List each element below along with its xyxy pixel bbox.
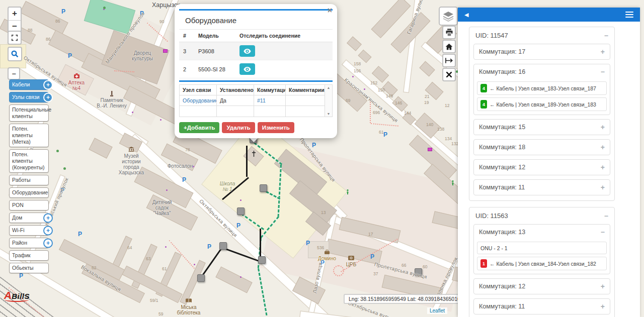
layer-toggle-button[interactable]: Потен. клиенты (Метка) — [9, 124, 49, 147]
commutation-item-header[interactable]: Коммутация: 11+ — [474, 299, 610, 314]
node-marker[interactable] — [219, 242, 227, 250]
add-layer-icon[interactable]: + — [43, 80, 53, 89]
node-marker[interactable] — [197, 274, 205, 282]
node-marker[interactable] — [258, 256, 266, 264]
node-link[interactable]: Оборудование — [183, 97, 217, 103]
commutation-item-body: ONU - 2 - 11← Кабель | Узел связи_184-Уз… — [474, 240, 610, 274]
sidebar-body: UID: 11547−Коммутация: 17+Коммутация: 16… — [458, 22, 640, 317]
delete-button[interactable]: Удалить — [222, 122, 255, 133]
expand-icon[interactable]: + — [601, 283, 605, 290]
commutation-item-header[interactable]: Коммутация: 12+ — [474, 279, 610, 294]
table-scrollbar[interactable]: ▲ ▼ — [325, 84, 333, 117]
layer-toggle-button[interactable]: Оборудование — [9, 187, 49, 198]
poi-label-line: Дитячий — [137, 199, 187, 205]
cable-link-item[interactable]: 4← Кабель | Узел связи_183-Узел связи_18… — [477, 81, 607, 95]
expand-icon[interactable]: + — [601, 124, 605, 131]
add-layer-icon[interactable]: + — [43, 92, 53, 102]
add-layer-icon[interactable]: + — [43, 226, 53, 235]
monument-icon — [87, 91, 137, 97]
menu-icon[interactable] — [625, 12, 633, 18]
sidebar-collapse-arrow-icon[interactable]: ◀ — [464, 12, 468, 18]
clear-button[interactable] — [442, 68, 456, 81]
scroll-down-icon[interactable]: ▼ — [327, 112, 331, 116]
fullscreen-button[interactable] — [8, 31, 22, 45]
basemap-layers-button[interactable] — [439, 7, 458, 26]
zoom-in-button[interactable]: + — [9, 8, 21, 21]
commutation-item-header[interactable]: Коммутация: 16− — [474, 64, 610, 79]
layer-toggle-button[interactable]: Район+ — [9, 238, 49, 248]
layer-label: Потен. клиенты (Метка) — [12, 126, 33, 145]
node-marker[interactable] — [260, 184, 267, 192]
uid-card-header[interactable]: UID: 11547− — [469, 27, 614, 44]
commutation-item-header[interactable]: Коммутация: 17+ — [474, 44, 610, 59]
expand-icon[interactable]: + — [601, 184, 605, 191]
expand-icon[interactable]: + — [601, 303, 605, 310]
layer-toggle-button[interactable]: PON — [9, 200, 49, 210]
equipment-panel: Оборудование #МодельОтследить соединение… — [179, 9, 333, 78]
cable-count-badge: 4 — [480, 100, 487, 109]
map-canvas[interactable]: PPPPPPPPPPPPPPОктябрьська вулицяМануильс… — [0, 0, 644, 317]
expand-icon[interactable]: + — [601, 144, 605, 151]
layer-toggle-button[interactable]: Потен. клиенты (Конкуренты) — [9, 149, 49, 173]
print-button[interactable] — [442, 26, 456, 39]
commutation-item-body: 4← Кабель | Узел связи_183-Узел связи_18… — [474, 79, 610, 115]
cable-link-item[interactable]: 1← Кабель | Узел связи_184-Узел связи_18… — [477, 257, 607, 270]
commutation-item-header[interactable]: Коммутация: 12+ — [474, 160, 610, 175]
collapse-icon[interactable]: − — [601, 229, 605, 236]
trace-connection-button[interactable] — [239, 45, 255, 57]
commutation-item: Коммутация: 12+ — [473, 278, 610, 294]
edit-button[interactable]: Изменить — [258, 122, 294, 133]
add-layer-icon[interactable]: + — [43, 213, 53, 223]
add-button[interactable]: +Добавить — [179, 122, 219, 133]
commutation-item-header[interactable]: Коммутация: 18+ — [474, 140, 610, 155]
expand-icon[interactable]: + — [601, 164, 605, 171]
commutation-item-header[interactable]: Коммутация: 11+ — [474, 180, 610, 195]
layer-toggle-button[interactable]: Трафик — [9, 250, 49, 261]
layer-toggle-button[interactable]: Потенциальные клиенты — [9, 104, 49, 122]
installed-cell: Да — [217, 95, 254, 106]
home-button[interactable] — [442, 40, 456, 53]
commutation-link[interactable]: #11 — [257, 97, 266, 103]
collapse-layers-button[interactable]: − — [8, 67, 20, 80]
poi-label: Міськабібліотека — [164, 298, 214, 315]
popup-close-button[interactable]: × — [328, 7, 332, 15]
museum-icon — [106, 147, 156, 153]
add-layer-icon[interactable]: + — [43, 238, 53, 248]
layer-toggle-button[interactable]: Узлы связи+ — [9, 92, 49, 102]
scroll-up-icon[interactable]: ▲ — [327, 86, 331, 89]
commutation-item: Коммутация: 15+ — [473, 119, 610, 135]
layer-toggle-button[interactable]: Wi-Fi+ — [9, 225, 49, 236]
person-icon — [346, 187, 349, 196]
cable-line — [258, 268, 267, 315]
parking-icon: P — [68, 52, 72, 59]
commutation-item-header[interactable]: Коммутация: 15+ — [474, 120, 610, 135]
node-column-header: Коммутации — [254, 85, 286, 95]
home-icon — [445, 43, 453, 50]
poi-label-line: Памятник — [87, 97, 137, 103]
uid-card-header[interactable]: UID: 11563− — [469, 207, 614, 224]
collapse-icon[interactable]: − — [601, 68, 605, 75]
collapse-icon[interactable]: − — [604, 213, 608, 220]
collapse-icon[interactable]: − — [604, 32, 608, 39]
cable-link-item[interactable]: 4← Кабель | Узел связи_189-Узел связи_18… — [477, 97, 607, 111]
commutation-item-header[interactable]: Коммутация: 13− — [474, 225, 610, 240]
layer-toggle-button[interactable]: Работы — [9, 175, 49, 185]
trace-connection-button[interactable] — [239, 63, 255, 75]
parking-icon: P — [312, 142, 316, 149]
measure-button[interactable] — [442, 54, 456, 67]
poi-label-line: Музей — [106, 153, 156, 159]
node-marker[interactable] — [237, 207, 245, 215]
church-icon — [228, 151, 279, 157]
cable-link-item[interactable]: ONU - 2 - 1 — [477, 242, 607, 254]
layer-label: Дом — [12, 215, 22, 221]
search-button[interactable] — [8, 47, 22, 61]
layer-toggle-button[interactable]: Кабели+ — [9, 79, 49, 90]
poi-label: МузейисториигородаХарцызска — [106, 147, 156, 175]
leaflet-link[interactable]: Leaflet — [430, 308, 445, 313]
layer-toggle-button[interactable]: Обьекты — [9, 263, 49, 273]
layer-toggle-button[interactable]: Дом+ — [9, 213, 49, 223]
expand-icon[interactable]: + — [601, 48, 605, 55]
zoom-control: + − — [8, 7, 22, 34]
map-building — [215, 266, 252, 293]
node-row: ОборудованиеДа#11 — [180, 95, 325, 106]
